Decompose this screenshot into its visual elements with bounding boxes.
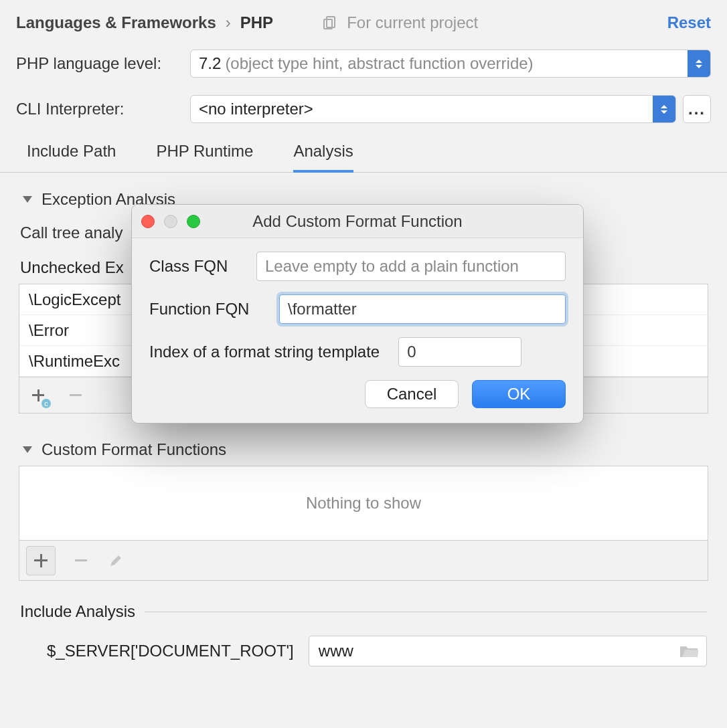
document-root-input[interactable]: www	[309, 636, 707, 666]
close-icon[interactable]	[141, 215, 155, 228]
tab-analysis[interactable]: Analysis	[293, 142, 353, 173]
custom-format-functions-list: Nothing to show	[19, 466, 708, 581]
php-level-value: 7.2	[199, 54, 221, 73]
index-label: Index of a format string template	[149, 343, 380, 361]
custom-format-functions-header[interactable]: Custom Format Functions	[0, 440, 727, 459]
dialog-titlebar: Add Custom Format Function	[132, 205, 583, 238]
reset-button[interactable]: Reset	[667, 13, 711, 32]
folder-icon[interactable]	[679, 644, 698, 658]
php-level-hint: (object type hint, abstract function ove…	[225, 54, 533, 73]
svg-rect-0	[327, 17, 335, 27]
chevron-down-icon	[23, 196, 32, 203]
class-fqn-input[interactable]: Leave empty to add a plain function	[256, 252, 566, 281]
add-class-button[interactable]: c	[29, 386, 48, 405]
add-custom-format-function-dialog: Add Custom Format Function Class FQN Lea…	[131, 204, 584, 424]
php-level-label: PHP language level:	[16, 54, 190, 73]
chevron-down-icon	[23, 446, 32, 453]
breadcrumb-parent[interactable]: Languages & Frameworks	[16, 13, 216, 32]
document-root-value: www	[319, 642, 353, 660]
zoom-icon[interactable]	[187, 215, 200, 228]
tab-include-path[interactable]: Include Path	[27, 142, 116, 172]
dialog-title: Add Custom Format Function	[252, 212, 462, 231]
php-level-combo[interactable]: 7.2 (object type hint, abstract function…	[190, 50, 711, 78]
document-root-label: $_SERVER['DOCUMENT_ROOT']	[47, 642, 294, 660]
index-input[interactable]: 0	[398, 337, 521, 367]
ok-button[interactable]: OK	[472, 380, 566, 408]
add-button[interactable]	[26, 546, 56, 575]
window-controls	[141, 215, 200, 228]
empty-placeholder: Nothing to show	[19, 466, 708, 540]
class-fqn-label: Class FQN	[149, 257, 256, 276]
project-scope-icon	[323, 15, 337, 30]
include-analysis-header: Include Analysis	[0, 602, 727, 621]
cli-interpreter-value: <no interpreter>	[199, 100, 313, 118]
remove-button	[72, 551, 90, 570]
remove-button	[66, 386, 85, 405]
breadcrumb-child: PHP	[240, 13, 273, 32]
cli-interpreter-label: CLI Interpreter:	[16, 100, 190, 118]
stepper-icon[interactable]	[653, 96, 675, 122]
function-fqn-input[interactable]: \formatter	[279, 294, 566, 324]
stepper-icon[interactable]	[688, 50, 710, 77]
browse-button[interactable]: ...	[683, 95, 711, 123]
function-fqn-label: Function FQN	[149, 300, 279, 318]
section-title: Include Analysis	[20, 602, 135, 621]
edit-button	[106, 551, 125, 570]
project-scope-label: For current project	[347, 13, 478, 32]
tabs: Include Path PHP Runtime Analysis	[0, 123, 727, 173]
tab-php-runtime[interactable]: PHP Runtime	[156, 142, 253, 172]
minimize-icon	[164, 215, 177, 228]
cancel-button[interactable]: Cancel	[365, 380, 459, 408]
breadcrumb-separator: ›	[226, 13, 231, 32]
cli-interpreter-combo[interactable]: <no interpreter>	[190, 95, 676, 123]
section-title: Custom Format Functions	[42, 440, 226, 459]
list-toolbar	[19, 540, 708, 580]
breadcrumb: Languages & Frameworks › PHP For current…	[0, 0, 727, 32]
class-badge-icon: c	[42, 399, 51, 408]
